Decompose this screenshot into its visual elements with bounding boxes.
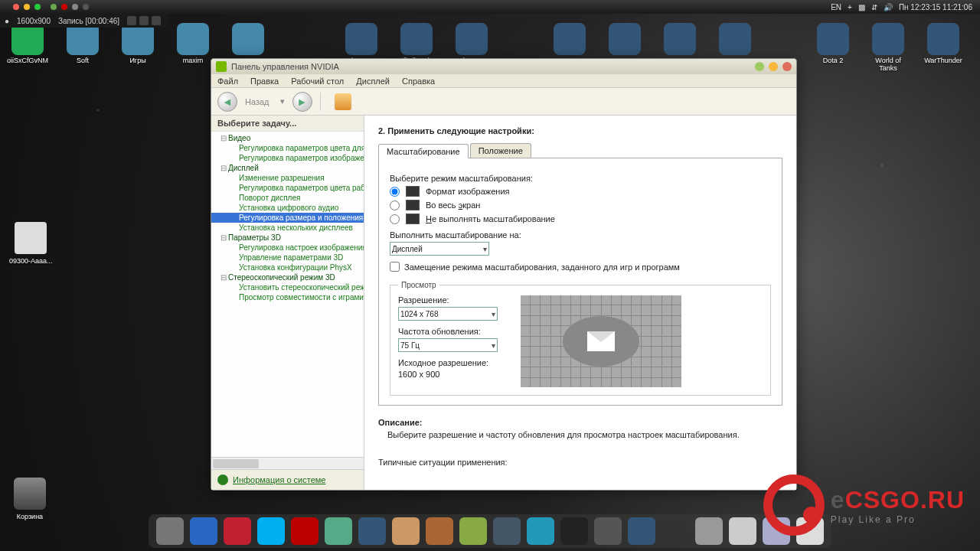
home-button[interactable] (335, 93, 351, 110)
flag-icon[interactable]: ▩ (858, 3, 865, 11)
close-button[interactable] (782, 62, 792, 71)
clock[interactable]: Пн 12:23:15 11:21:06 (899, 3, 972, 11)
perform-on-select[interactable]: Дисплей (390, 242, 489, 256)
perform-on-label: Выполнить масштабирование на: (390, 230, 771, 240)
desktop-icon[interactable]: WarThunder (922, 23, 965, 72)
dock-item[interactable] (729, 517, 756, 545)
desktop-file-icon[interactable]: 09300-Aaaa... (9, 222, 53, 265)
tree-node[interactable]: Изменение разрешения (211, 173, 364, 183)
tray-icon[interactable] (61, 4, 67, 10)
back-button[interactable]: ◄ (217, 92, 237, 112)
radio-no-scaling[interactable]: Не выполнять масштабирование (390, 214, 771, 224)
rec-leading-icon: ● (5, 17, 9, 25)
maximize-button[interactable] (769, 62, 778, 71)
dropdown-arrow-icon[interactable]: ▾ (280, 96, 285, 106)
tree-node[interactable]: Регулировка параметров цвета рабочег (211, 183, 364, 193)
dock-item[interactable] (426, 517, 453, 545)
dock-item[interactable] (358, 517, 386, 545)
dock-item[interactable] (224, 517, 251, 545)
desktop-icon[interactable]: Игры (116, 23, 159, 72)
radio-label: Не выполнять масштабирование (426, 214, 555, 223)
dock-item[interactable] (257, 517, 285, 545)
language-indicator[interactable]: EN (831, 3, 841, 11)
dock-item[interactable] (560, 517, 588, 545)
app-icon (456, 23, 488, 55)
tab-scaling[interactable]: Масштабирование (378, 144, 469, 158)
tree-node[interactable]: Видео (211, 133, 364, 143)
rec-control-icon[interactable] (139, 16, 149, 25)
add-icon[interactable]: + (848, 3, 852, 11)
radio-input[interactable] (390, 214, 400, 224)
tab-position[interactable]: Положение (470, 143, 531, 158)
dock-item[interactable] (392, 517, 420, 545)
info-icon (217, 474, 228, 485)
dock-item[interactable] (291, 517, 318, 545)
preview-fieldset: Просмотр Разрешение: 1024 x 768 Частота … (390, 281, 771, 396)
tree-node[interactable]: Установить стереоскопический режим 3 (211, 282, 364, 292)
refresh-select[interactable]: 75 Гц (398, 338, 498, 352)
system-info-link[interactable]: Информация о системе (211, 469, 364, 490)
volume-icon[interactable]: 🔊 (884, 3, 893, 11)
dock-item[interactable] (628, 517, 655, 545)
dock-item[interactable] (156, 517, 184, 545)
tray-icon[interactable] (51, 4, 57, 10)
tree-node[interactable]: Установка цифрового аудио (211, 203, 364, 213)
network-icon[interactable]: ⇵ (871, 3, 877, 11)
desktop-icon[interactable]: maxim (172, 23, 214, 72)
tree-node[interactable]: Параметры 3D (211, 233, 364, 243)
select-value: 75 Гц (400, 341, 420, 350)
dock-item[interactable] (662, 517, 689, 545)
desktop-icon[interactable]: Dota 2 (812, 23, 854, 72)
description-heading: Описание: (378, 418, 782, 427)
dock-item[interactable] (325, 517, 352, 545)
app-icon (872, 23, 904, 55)
tree-node[interactable]: Установка конфигурации PhysX (211, 262, 364, 272)
window-titlebar[interactable]: Панель управления NVIDIA (211, 59, 796, 74)
tree-node[interactable]: Стереоскопический режим 3D (211, 272, 364, 282)
section-heading: 2. Применить следующие настройки: (378, 126, 782, 135)
tree-node[interactable]: Управление параметрами 3D (211, 253, 364, 262)
tray-icon[interactable] (83, 4, 89, 10)
radio-input[interactable] (390, 187, 400, 197)
resolution-select[interactable]: 1024 x 768 (398, 307, 498, 321)
rec-control-icon[interactable] (152, 16, 161, 25)
tree-node[interactable]: Регулировка параметров цвета для вид (211, 143, 364, 153)
tree-node[interactable]: Дисплей (211, 163, 364, 173)
trash-icon[interactable]: Корзина (14, 478, 46, 520)
dock-item[interactable] (695, 517, 723, 545)
dock-item[interactable] (190, 517, 217, 545)
native-res-value: 1600 x 900 (398, 370, 505, 379)
dock-item[interactable] (493, 517, 521, 545)
desktop-icon[interactable]: World of Tanks (867, 23, 910, 72)
menu-item[interactable]: Дисплей (356, 77, 390, 86)
tree-node[interactable]: Регулировка настроек изображения с пр (211, 243, 364, 253)
minimize-button[interactable] (755, 62, 764, 71)
horizontal-scrollbar[interactable] (211, 457, 364, 469)
tree-node[interactable]: Регулировка параметров изображения д (211, 153, 364, 163)
tree-node[interactable]: Регулировка размера и положения рабо (211, 213, 364, 223)
radio-aspect[interactable]: Формат изображения (390, 186, 771, 197)
tray-icon[interactable] (72, 4, 78, 10)
dock-item[interactable] (527, 517, 554, 545)
tree-node[interactable]: Просмотр совместимости с играми (211, 292, 364, 302)
menu-item[interactable]: Правка (250, 77, 279, 86)
forward-button[interactable]: ► (292, 92, 312, 112)
tree-node[interactable]: Установка нескольких дисплеев (211, 223, 364, 233)
menu-item[interactable]: Справка (402, 77, 435, 86)
tree-node[interactable]: Поворот дисплея (211, 193, 364, 203)
resolution-label: Разрешение: (398, 295, 505, 305)
override-checkbox-row[interactable]: Замещение режима масштабирования, заданн… (390, 262, 771, 272)
override-checkbox[interactable] (390, 262, 400, 272)
radio-fullscreen[interactable]: Во весь экран (390, 200, 771, 210)
select-value: 1024 x 768 (400, 310, 439, 318)
radio-input[interactable] (390, 201, 400, 210)
dock-item[interactable] (594, 517, 622, 545)
desktop-icon[interactable]: Soft (61, 23, 104, 72)
rec-control-icon[interactable] (127, 16, 136, 25)
native-res-label: Исходное разрешение: (398, 358, 505, 367)
desktop-icon[interactable]: oiiSxCfGvNM (6, 23, 49, 72)
menu-item[interactable]: Файл (217, 77, 238, 86)
toolbar-divider (320, 93, 321, 111)
dock-item[interactable] (459, 517, 487, 545)
menu-item[interactable]: Рабочий стол (291, 77, 344, 86)
